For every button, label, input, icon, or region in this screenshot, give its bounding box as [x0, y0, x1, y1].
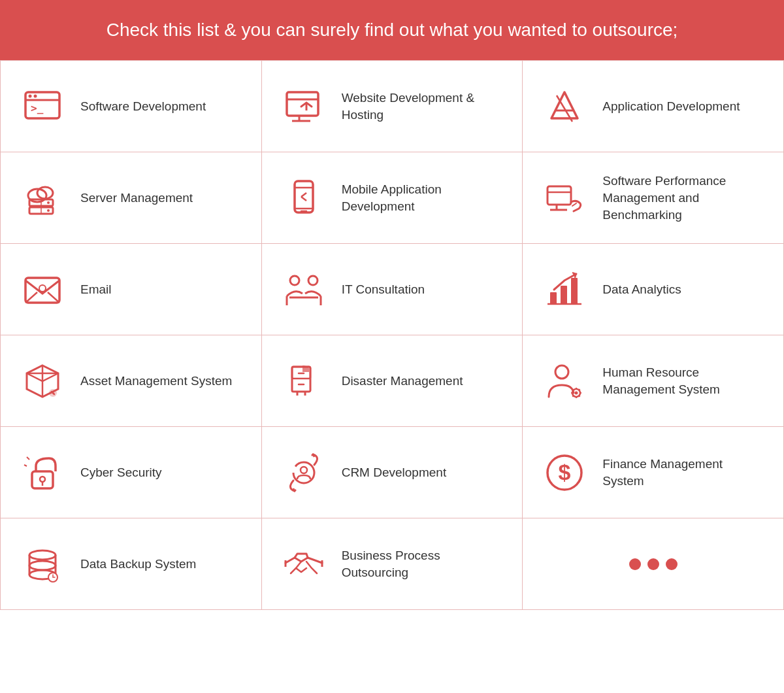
svg-point-17	[47, 209, 50, 212]
finance-management-label: Finance Management System	[602, 456, 765, 489]
svg-line-23	[301, 193, 306, 197]
application-development-icon	[541, 83, 588, 130]
data-analytics-icon	[541, 266, 588, 313]
svg-text:$: $	[559, 460, 571, 484]
dot-1	[629, 558, 641, 570]
cell-mobile-app: Mobile Application Development	[262, 152, 523, 244]
cell-finance-management: $ Finance Management System	[523, 427, 784, 518]
software-performance-icon	[541, 175, 588, 222]
application-development-label: Application Development	[602, 98, 740, 115]
svg-line-24	[301, 197, 306, 201]
hrms-label: Human Resource Management System	[602, 364, 765, 397]
cell-crm-development: CRM Development	[262, 427, 523, 518]
cell-website-development: Website Development & Hosting	[262, 61, 523, 152]
cell-more	[523, 518, 784, 610]
svg-rect-40	[571, 278, 578, 304]
svg-point-2	[29, 94, 32, 97]
business-process-label: Business Process Outsourcing	[342, 547, 504, 581]
server-management-icon	[19, 175, 66, 222]
svg-line-60	[580, 396, 580, 396]
svg-line-67	[24, 465, 27, 466]
cell-application-development: Application Development	[523, 61, 784, 152]
svg-line-62	[573, 396, 574, 396]
svg-point-75	[29, 561, 56, 570]
server-management-label: Server Management	[80, 190, 193, 207]
svg-point-69	[301, 467, 307, 473]
mobile-app-label: Mobile Application Development	[342, 181, 504, 214]
services-grid: >_ Software Development Website Developm…	[0, 60, 784, 610]
website-development-icon	[280, 83, 327, 130]
email-label: Email	[80, 281, 112, 298]
svg-text:>_: >_	[31, 102, 44, 114]
email-icon	[19, 266, 66, 313]
asset-management-icon	[19, 358, 66, 405]
cell-business-process: Business Process Outsourcing	[262, 518, 523, 610]
data-backup-icon	[19, 541, 66, 588]
software-development-label: Software Development	[80, 98, 206, 115]
cell-data-analytics: Data Analytics	[523, 244, 784, 335]
svg-line-30	[25, 292, 37, 303]
cell-cyber-security: Cyber Security	[1, 427, 262, 518]
software-development-icon: >_	[19, 83, 66, 130]
hrms-icon	[541, 358, 588, 405]
website-development-label: Website Development & Hosting	[342, 90, 504, 123]
dot-2	[647, 558, 659, 570]
svg-point-64	[40, 477, 45, 482]
svg-point-16	[47, 201, 50, 204]
header-text: Check this list & you can surely find ou…	[106, 20, 678, 40]
cell-asset-management: Asset Management System	[1, 335, 262, 427]
mobile-app-icon	[280, 175, 327, 222]
header-banner: Check this list & you can surely find ou…	[0, 0, 784, 60]
svg-line-31	[48, 292, 59, 303]
business-process-icon	[280, 541, 327, 588]
cell-server-management: Server Management	[1, 152, 262, 244]
svg-rect-63	[32, 471, 53, 488]
cell-disaster-management: Disaster Management	[262, 335, 523, 427]
dot-3	[666, 558, 678, 570]
crm-development-label: CRM Development	[342, 464, 447, 481]
svg-rect-39	[561, 286, 567, 304]
it-consultation-label: IT Consultation	[342, 281, 425, 298]
crm-development-icon	[280, 449, 327, 496]
cell-it-consultation: IT Consultation	[262, 244, 523, 335]
data-backup-label: Data Backup System	[80, 556, 196, 573]
disaster-management-label: Disaster Management	[342, 373, 463, 390]
svg-point-33	[290, 276, 299, 285]
cell-hrms: Human Resource Management System	[523, 335, 784, 427]
svg-line-61	[580, 389, 580, 390]
cell-data-backup: Data Backup System	[1, 518, 262, 610]
it-consultation-icon	[280, 266, 327, 313]
svg-rect-25	[547, 186, 571, 205]
cell-software-development: >_ Software Development	[1, 61, 262, 152]
cell-email: Email	[1, 244, 262, 335]
cyber-security-label: Cyber Security	[80, 464, 162, 481]
svg-line-59	[573, 389, 574, 390]
asset-management-label: Asset Management System	[80, 373, 232, 390]
cyber-security-icon	[19, 449, 66, 496]
svg-point-72	[29, 550, 56, 560]
svg-point-3	[34, 94, 37, 97]
data-analytics-label: Data Analytics	[602, 281, 681, 298]
svg-point-54	[575, 391, 578, 394]
svg-rect-38	[550, 292, 557, 304]
software-performance-label: Software Performance Management and Benc…	[602, 173, 765, 223]
svg-point-34	[308, 276, 318, 285]
finance-management-icon: $	[541, 449, 588, 496]
svg-rect-5	[287, 92, 318, 116]
svg-point-52	[555, 365, 568, 379]
cell-software-performance: Software Performance Management and Benc…	[523, 152, 784, 244]
svg-line-66	[27, 457, 29, 460]
disaster-management-icon	[280, 358, 327, 405]
